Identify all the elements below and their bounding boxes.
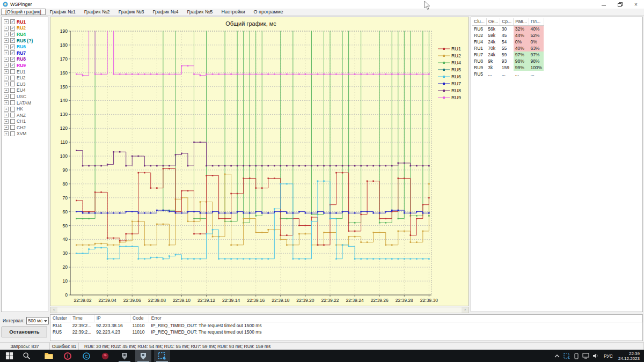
tree-item-ru7[interactable]: +✓RU7 xyxy=(2,50,48,56)
stats-row-ru8[interactable]: RU89k9398%98% xyxy=(472,58,544,64)
stats-col-header[interactable]: Пл... xyxy=(529,18,544,25)
stats-row-ru4[interactable]: RU424k540%0% xyxy=(472,39,544,45)
tab-5[interactable]: График №4 xyxy=(149,9,183,15)
checkbox[interactable]: ✓ xyxy=(10,63,15,68)
tray-language[interactable]: РУС xyxy=(601,353,616,359)
expand-icon[interactable]: + xyxy=(4,82,9,86)
tree-item-usc[interactable]: +USC xyxy=(2,93,48,100)
expand-icon[interactable]: + xyxy=(4,19,9,24)
scroll-track[interactable] xyxy=(57,307,462,313)
search-button-icon[interactable] xyxy=(18,350,34,362)
expand-icon[interactable]: + xyxy=(4,32,9,36)
checkbox[interactable] xyxy=(10,76,15,80)
stats-row-ru1[interactable]: RU170k5540%63% xyxy=(472,45,544,51)
expand-icon[interactable]: + xyxy=(4,69,9,74)
tree-item-ch1[interactable]: +CH1 xyxy=(2,119,48,125)
tree-item-eu1[interactable]: +EU1 xyxy=(2,69,48,75)
expand-icon[interactable]: + xyxy=(4,50,9,55)
tree-item-ru6[interactable]: +✓RU6 xyxy=(2,43,48,50)
tray-display-icon[interactable] xyxy=(581,350,591,362)
checkbox[interactable] xyxy=(10,107,15,112)
checkbox[interactable] xyxy=(10,94,15,99)
tree-item-eu4[interactable]: +EU4 xyxy=(2,87,48,94)
checkbox[interactable]: ✓ xyxy=(10,19,15,24)
chart-hscrollbar[interactable]: ‹ › xyxy=(50,307,469,313)
stats-col-header[interactable]: Ср... xyxy=(500,18,514,25)
error-row[interactable]: RU522:39:2...92.223.4.2311010IP_REQ_TIME… xyxy=(50,329,642,335)
tree-item-ru4[interactable]: +✓RU4 xyxy=(2,31,48,38)
tab-2[interactable]: График №1 xyxy=(46,9,80,15)
stats-row-ru2[interactable]: RU259k4544%52% xyxy=(472,32,544,39)
tray-phone-icon[interactable] xyxy=(572,350,581,362)
stats-col-header[interactable]: Рав... xyxy=(514,18,529,25)
checkbox[interactable] xyxy=(10,69,15,74)
snip-tool-icon[interactable] xyxy=(154,350,170,362)
tab-6[interactable]: График №5 xyxy=(182,9,217,15)
tab-4[interactable]: График №3 xyxy=(114,9,149,15)
expand-icon[interactable]: + xyxy=(4,57,9,62)
expand-icon[interactable]: + xyxy=(4,100,9,105)
checkbox[interactable]: ✓ xyxy=(10,38,15,43)
tree-item-eu2[interactable]: +EU2 xyxy=(2,75,48,81)
app-red-ring-icon[interactable] xyxy=(60,350,76,362)
scroll-right-icon[interactable]: › xyxy=(462,307,469,313)
checkbox[interactable]: ✓ xyxy=(10,50,15,55)
app-wspinger-icon[interactable] xyxy=(135,350,151,362)
expand-icon[interactable]: + xyxy=(4,131,9,136)
tree-item-xvm[interactable]: +XVM xyxy=(2,131,48,137)
tree-item-ru9[interactable]: +✓RU9 xyxy=(2,62,48,69)
checkbox[interactable]: ✓ xyxy=(10,57,15,62)
stats-col-header[interactable]: Clu... xyxy=(472,18,486,25)
expand-icon[interactable]: + xyxy=(4,45,9,49)
app-tank-icon[interactable] xyxy=(116,350,133,362)
tree-item-ch2[interactable]: +CH2 xyxy=(2,124,48,131)
stats-row-ru6[interactable]: RU656k3032%40% xyxy=(472,25,544,32)
tree-item-hk[interactable]: +HK xyxy=(2,106,48,112)
expand-icon[interactable]: + xyxy=(4,38,9,43)
expand-icon[interactable]: + xyxy=(4,107,9,112)
tree-item-latam[interactable]: +LATAM xyxy=(2,100,48,106)
tab-7[interactable]: Настройки xyxy=(217,9,249,15)
checkbox[interactable] xyxy=(10,100,15,105)
checkbox[interactable] xyxy=(10,113,15,117)
error-col-header[interactable]: Time xyxy=(70,315,94,322)
checkbox[interactable]: ✓ xyxy=(10,45,15,49)
stats-row-ru5[interactable]: RU5............ xyxy=(472,71,544,77)
tray-chevron-icon[interactable] xyxy=(552,350,562,362)
tab-1[interactable]: [Общий график] xyxy=(1,9,46,15)
start-button-icon[interactable] xyxy=(1,350,17,362)
checkbox[interactable] xyxy=(10,125,15,130)
checkbox[interactable] xyxy=(10,88,15,93)
expand-icon[interactable]: + xyxy=(4,119,9,124)
error-col-header[interactable]: Code xyxy=(130,315,149,322)
tree-item-ru5[interactable]: +✓RU5 (?) xyxy=(2,38,48,44)
checkbox[interactable] xyxy=(10,119,15,124)
stats-row-ru9[interactable]: RU93k15999%100% xyxy=(472,64,544,71)
expand-icon[interactable]: + xyxy=(4,26,9,31)
expand-icon[interactable]: + xyxy=(4,88,9,93)
error-col-header[interactable]: Error xyxy=(149,315,642,322)
tray-volume-icon[interactable] xyxy=(591,350,601,362)
tree-item-ru2[interactable]: +✓RU2 xyxy=(2,25,48,32)
minimize-button[interactable] xyxy=(596,0,612,9)
expand-icon[interactable]: + xyxy=(4,125,9,130)
expand-icon[interactable]: + xyxy=(4,63,9,68)
error-row[interactable]: RU422:39:2...92.223.38.1611010IP_REQ_TIM… xyxy=(50,322,642,329)
checkbox[interactable]: ✓ xyxy=(10,32,15,36)
restore-button[interactable] xyxy=(612,0,628,9)
tab-3[interactable]: График №2 xyxy=(80,9,114,15)
error-col-header[interactable]: Cluster xyxy=(50,315,70,322)
checkbox[interactable] xyxy=(10,82,15,86)
stop-button[interactable]: Остановить xyxy=(2,327,47,337)
tray-snip-icon[interactable] xyxy=(562,350,572,362)
close-button[interactable]: × xyxy=(628,0,644,9)
tree-item-anz[interactable]: +ANZ xyxy=(2,112,48,119)
app-blue-c-icon[interactable]: C xyxy=(78,350,94,362)
expand-icon[interactable]: + xyxy=(4,94,9,99)
tab-8[interactable]: О программе xyxy=(250,9,288,15)
error-col-header[interactable]: IP xyxy=(94,315,130,322)
expand-icon[interactable]: + xyxy=(4,76,9,80)
tray-clock[interactable]: 22:39 24.12.2023 xyxy=(616,351,644,361)
tree-item-eu3[interactable]: +EU3 xyxy=(2,81,48,87)
tree-item-ru1[interactable]: +✓RU1 xyxy=(2,19,48,25)
